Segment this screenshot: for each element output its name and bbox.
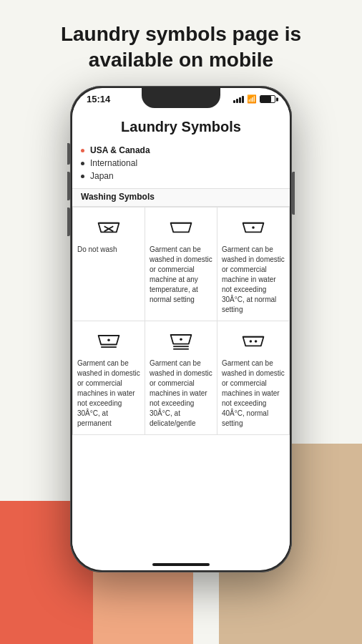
- signal-icon: [233, 96, 244, 103]
- phone-notch: [142, 88, 220, 108]
- nav-label-international: International: [90, 158, 137, 168]
- status-time: 15:14: [87, 94, 110, 104]
- svg-point-5: [252, 226, 255, 229]
- nav-label-japan: Japan: [90, 171, 114, 181]
- do-not-wash-text: Do not wash: [77, 245, 140, 255]
- symbol-cell-wash-30-delicate: Garment can be washed in domestic or com…: [145, 321, 217, 435]
- nav-label-usa: USA & Canada: [90, 145, 150, 155]
- symbol-cell-wash-any: Garment can be washed in domestic or com…: [145, 208, 217, 321]
- nav-tabs: USA & Canada International Japan: [72, 141, 290, 188]
- wash-30-perm-text: Garment can be washed in domestic or com…: [77, 358, 140, 429]
- nav-item-international[interactable]: International: [81, 157, 281, 170]
- svg-point-15: [255, 340, 258, 343]
- symbol-cell-wash-30-normal: Garment can be washed in domestic or com…: [217, 208, 290, 321]
- phone-frame: 15:14 📶 Laundry Symbo: [70, 86, 292, 572]
- volume-down-button: [67, 208, 70, 236]
- app-header: Laundry Symbols: [72, 107, 290, 141]
- symbol-cell-wash-40-normal: Garment can be washed in domestic or com…: [217, 321, 290, 435]
- section-header: Washing Symbols: [72, 188, 290, 207]
- wash-any-text: Garment can be washed in domestic or com…: [150, 245, 212, 305]
- svg-point-14: [250, 340, 253, 343]
- symbols-table: Do not wash Garment can be washed in dom…: [72, 207, 290, 435]
- do-not-wash-icon: [77, 213, 140, 242]
- symbol-cell-do-not-wash: Do not wash: [73, 208, 145, 321]
- app-content[interactable]: Laundry Symbols USA & Canada Internation…: [72, 107, 290, 561]
- wash-any-icon: [150, 213, 212, 242]
- phone-screen: 15:14 📶 Laundry Symbo: [72, 88, 290, 570]
- symbols-row-1: Do not wash Garment can be washed in dom…: [73, 208, 290, 321]
- wash-30-normal-icon: [222, 213, 285, 242]
- volume-up-button: [67, 172, 70, 200]
- home-indicator: [152, 563, 210, 566]
- nav-dot-usa: [81, 149, 84, 152]
- wash-40-normal-text: Garment can be washed in domestic or com…: [222, 358, 285, 429]
- wash-30-perm-icon: [77, 327, 140, 356]
- wifi-icon: 📶: [247, 94, 257, 104]
- symbols-row-2: Garment can be washed in domestic or com…: [73, 321, 290, 435]
- status-icons: 📶: [233, 94, 275, 104]
- nav-item-japan[interactable]: Japan: [81, 170, 281, 182]
- nav-dot-japan: [81, 175, 84, 178]
- wash-30-normal-text: Garment can be washed in domestic or com…: [222, 245, 285, 315]
- app-title: Laundry Symbols: [81, 119, 281, 135]
- wash-30-delicate-icon: [150, 327, 212, 356]
- mute-button: [67, 143, 70, 165]
- battery-icon: [260, 95, 275, 103]
- nav-dot-international: [81, 162, 84, 165]
- power-button: [292, 172, 295, 215]
- symbol-cell-wash-30-perm: Garment can be washed in domestic or com…: [73, 321, 145, 435]
- page-title: Laundry symbols page is available on mob…: [0, 0, 362, 88]
- wash-40-normal-icon: [222, 327, 285, 356]
- svg-point-10: [180, 338, 182, 341]
- phone-mockup: 15:14 📶 Laundry Symbo: [70, 86, 292, 572]
- svg-point-7: [107, 338, 110, 341]
- wash-30-delicate-text: Garment can be washed in domestic or com…: [150, 358, 212, 429]
- nav-item-usa[interactable]: USA & Canada: [81, 144, 281, 157]
